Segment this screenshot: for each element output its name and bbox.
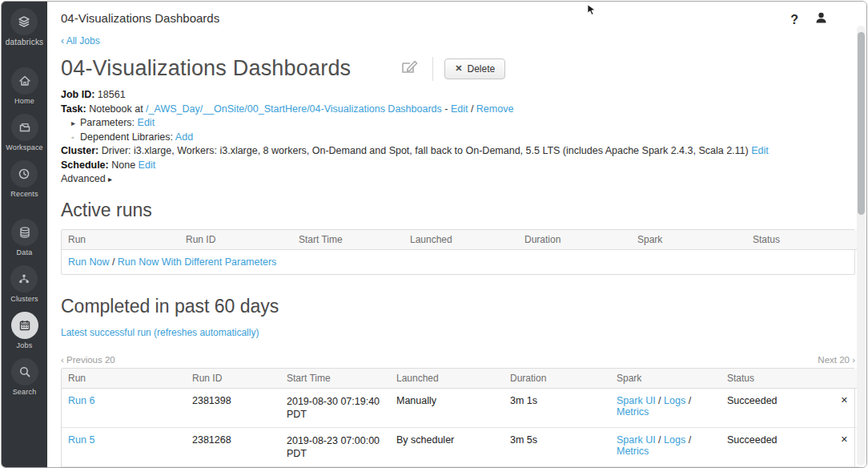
run-link: Run 6: [62, 388, 186, 427]
run-link[interactable]: Run 6: [68, 395, 94, 406]
run-link[interactable]: Run 5: [68, 434, 94, 446]
sidebar-item-jobs[interactable]: Jobs: [11, 312, 38, 349]
job-title: 04-Visualizations Dashboards: [61, 56, 351, 81]
clusters-icon: [10, 265, 38, 292]
sidebar-item-home[interactable]: Home: [11, 67, 38, 105]
next-20-link[interactable]: Next 20 ›: [818, 355, 855, 365]
job-id-label: Job ID:: [61, 89, 94, 100]
advanced-label: Advanced: [61, 173, 108, 184]
latest-successful-run-link[interactable]: Latest successful run (refreshes automat…: [61, 327, 259, 338]
active-runs-header-row: Run Run ID Start Time Launched Duration …: [62, 230, 859, 250]
task-remove-link[interactable]: Remove: [476, 103, 514, 115]
cluster-line: Cluster: Driver: i3.xlarge, Workers: i3.…: [61, 144, 855, 159]
spark-ui-link[interactable]: Spark UI: [617, 434, 656, 446]
metrics-link[interactable]: Metrics: [617, 406, 649, 418]
sidebar-item-recents[interactable]: Recents: [10, 160, 38, 198]
spark-ui-link[interactable]: Spark UI: [617, 395, 656, 406]
home-icon: [11, 67, 38, 95]
sidebar-item-label: Jobs: [17, 341, 33, 349]
sidebar: databricks Home Workspace: [2, 2, 47, 467]
slash: /: [685, 434, 691, 446]
cluster-edit-link[interactable]: Edit: [751, 145, 769, 156]
databricks-logo[interactable]: databricks: [6, 8, 44, 46]
schedule-line: Schedule: None Edit: [61, 159, 855, 173]
completed-header-row: Run Run ID Start Time Launched Duration …: [62, 369, 859, 389]
slash: /: [685, 395, 691, 406]
col-status: Status: [746, 230, 859, 250]
status-cell: Succeeded: [721, 427, 814, 466]
notebook-path-link[interactable]: /_AWS_Day/__OnSite/00_StartHere/04-Visua…: [146, 103, 442, 115]
sidebar-item-clusters[interactable]: Clusters: [10, 265, 38, 303]
logs-link[interactable]: Logs: [664, 434, 685, 446]
run-id-cell: 2381398: [186, 388, 280, 427]
parameters-label: Parameters:: [80, 117, 138, 128]
workspace-icon: [11, 114, 38, 141]
slash: /: [468, 103, 476, 115]
dash: -: [442, 103, 451, 115]
app-window: databricks Home Workspace: [1, 1, 867, 468]
databricks-logo-icon: [10, 8, 38, 35]
slash: /: [656, 434, 664, 446]
help-icon[interactable]: ?: [790, 13, 798, 27]
launched-cell: By scheduler: [390, 427, 504, 466]
run-now-different-parameters-link[interactable]: Run Now With Different Parameters: [118, 256, 276, 268]
task-edit-link[interactable]: Edit: [451, 103, 468, 115]
launched-cell: Manually: [390, 388, 504, 427]
advanced-toggle[interactable]: Advanced ▸: [61, 172, 855, 187]
cancel-run-icon[interactable]: ✕: [814, 388, 859, 427]
col-run-id: Run ID: [179, 230, 292, 250]
completed-run-row: Run 623813982019-08-30 07:19:40 PDTManua…: [62, 388, 859, 427]
slash: /: [656, 395, 664, 406]
col-run: Run: [62, 369, 186, 389]
metrics-link[interactable]: Metrics: [617, 446, 649, 457]
run-now-row: Run Now / Run Now With Different Paramet…: [62, 249, 859, 274]
sidebar-item-label: Recents: [10, 190, 38, 198]
sidebar-item-search[interactable]: Search: [11, 358, 38, 396]
edit-job-name-icon[interactable]: [400, 59, 418, 79]
caret-right-icon: ▸: [108, 175, 112, 184]
col-run-id: Run ID: [186, 369, 280, 389]
previous-20-link[interactable]: ‹ Previous 20: [61, 355, 115, 365]
user-icon[interactable]: [814, 11, 828, 28]
col-actions: [814, 369, 859, 389]
col-launched: Launched: [404, 230, 518, 250]
scrollbar-thumb[interactable]: [858, 32, 865, 215]
sidebar-item-label: Search: [13, 388, 37, 396]
circle-bullet-icon[interactable]: ◦: [71, 131, 80, 145]
divider: [432, 57, 433, 81]
completed-run-row: Run 523812682019-08-23 07:00:00 PDTBy sc…: [62, 427, 859, 466]
slash: /: [109, 256, 117, 268]
delete-job-button[interactable]: ✕ Delete: [444, 58, 505, 79]
active-runs-title: Active runs: [61, 200, 855, 221]
col-start-time: Start Time: [280, 369, 390, 389]
pagination: ‹ Previous 20 Next 20 ›: [61, 355, 855, 365]
cluster-value: Driver: i3.xlarge, Workers: i3.xlarge, 8…: [98, 145, 751, 156]
duration-cell: 3m 5s: [504, 427, 610, 466]
task-label: Task:: [61, 103, 86, 115]
breadcrumb-all-jobs-link[interactable]: ‹ All Jobs: [61, 35, 100, 46]
run-link: Run 5: [62, 427, 186, 466]
sidebar-item-data[interactable]: Data: [11, 219, 38, 256]
col-duration: Duration: [504, 369, 610, 389]
col-launched: Launched: [390, 369, 504, 389]
delete-x-icon: ✕: [455, 63, 462, 74]
libraries-add-link[interactable]: Add: [175, 131, 193, 143]
sidebar-item-label: Clusters: [10, 295, 38, 303]
schedule-edit-link[interactable]: Edit: [139, 159, 156, 171]
spark-links-cell: Spark UI / Logs / Metrics: [610, 388, 721, 427]
parameters-edit-link[interactable]: Edit: [138, 117, 155, 128]
task-prefix: Notebook at: [89, 103, 146, 115]
cancel-run-icon[interactable]: ✕: [814, 427, 859, 466]
spark-links-cell: Spark UI / Logs / Metrics: [610, 427, 721, 466]
run-now-link[interactable]: Run Now: [68, 256, 109, 268]
completed-title: Completed in past 60 days: [61, 296, 855, 317]
task-line: Task: Notebook at /_AWS_Day/__OnSite/00_…: [61, 103, 855, 117]
sidebar-item-workspace[interactable]: Workspace: [6, 114, 43, 151]
logs-link[interactable]: Logs: [664, 395, 685, 406]
completed-runs-table: Run Run ID Start Time Launched Duration …: [61, 368, 855, 468]
caret-right-icon[interactable]: ▸: [71, 116, 80, 131]
parameters-line: ▸Parameters: Edit: [61, 116, 855, 131]
col-spark: Spark: [631, 230, 746, 250]
sidebar-item-label: Workspace: [6, 143, 43, 151]
active-runs-table: Run Run ID Start Time Launched Duration …: [61, 229, 855, 275]
